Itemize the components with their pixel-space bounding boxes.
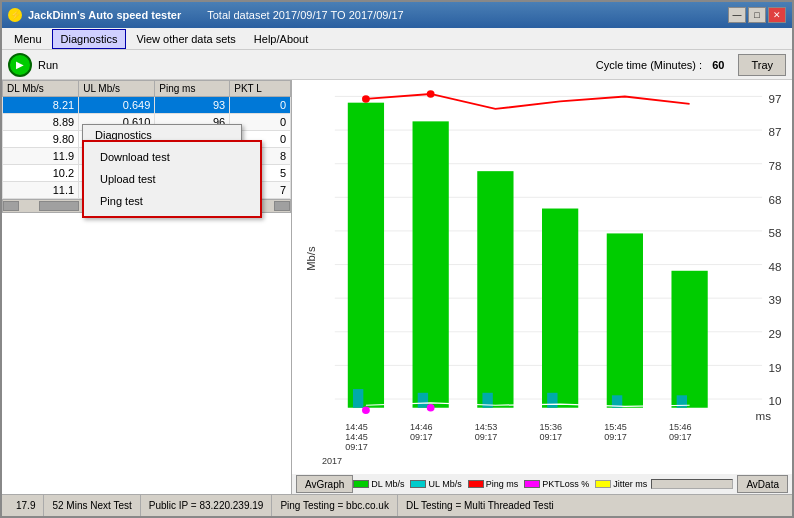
menu-item-menu[interactable]: Menu xyxy=(6,29,50,49)
svg-rect-22 xyxy=(477,171,513,408)
legend-pktloss-color xyxy=(524,480,540,488)
tray-button[interactable]: Tray xyxy=(738,54,786,76)
chart-area: 97 87 78 68 58 48 39 29 19 10 xyxy=(292,80,792,474)
close-button[interactable]: ✕ xyxy=(768,7,786,23)
title-bar: ⚡ JackDinn's Auto speed tester Total dat… xyxy=(2,2,792,28)
status-value-3: Public IP = 83.220.239.19 xyxy=(149,500,264,511)
status-value-4: Ping Testing = bbc.co.uk xyxy=(280,500,389,511)
legend-jitter-color xyxy=(595,480,611,488)
status-segment-2: 52 Mins Next Test xyxy=(44,495,140,516)
menu-item-help[interactable]: Help/About xyxy=(246,29,316,49)
svg-rect-24 xyxy=(607,233,643,407)
table-row[interactable]: 8.210.649930 xyxy=(3,97,291,114)
status-value-1: 17.9 xyxy=(16,500,35,511)
cell-dl: 10.2 xyxy=(3,165,79,182)
av-graph-button[interactable]: AvGraph xyxy=(296,475,353,493)
legend-jitter: Jitter ms xyxy=(595,479,647,489)
menu-item-view[interactable]: View other data sets xyxy=(128,29,243,49)
svg-text:39: 39 xyxy=(769,295,782,307)
svg-rect-23 xyxy=(542,209,578,408)
svg-text:09:17: 09:17 xyxy=(604,432,627,442)
legend-ul-label: UL Mb/s xyxy=(428,479,461,489)
svg-point-50 xyxy=(362,406,370,413)
svg-rect-29 xyxy=(547,393,557,408)
svg-rect-20 xyxy=(348,103,384,408)
svg-text:09:17: 09:17 xyxy=(669,432,692,442)
content-area: DL Mb/s UL Mb/s Ping ms PKT L 8.210.6499… xyxy=(2,80,792,494)
legend-pktloss: PKTLoss % xyxy=(524,479,589,489)
cell-pkt: 0 xyxy=(230,97,291,114)
legend-ping-label: Ping ms xyxy=(486,479,519,489)
legend-ping-color xyxy=(468,480,484,488)
cell-dl: 11.1 xyxy=(3,182,79,199)
run-label: Run xyxy=(38,59,58,71)
cell-ping: 93 xyxy=(155,97,230,114)
legend-ul: UL Mb/s xyxy=(410,479,461,489)
cell-dl: 8.21 xyxy=(3,97,79,114)
cell-dl: 9.80 xyxy=(3,131,79,148)
svg-text:15:36: 15:36 xyxy=(539,422,562,432)
legend-ping: Ping ms xyxy=(468,479,519,489)
cell-dl: 8.89 xyxy=(3,114,79,131)
legend-dl-label: DL Mb/s xyxy=(371,479,404,489)
menu-bar: Menu Diagnostics View other data sets He… xyxy=(2,28,792,50)
title-bar-left: ⚡ JackDinn's Auto speed tester Total dat… xyxy=(8,8,404,22)
status-bar: 17.9 52 Mins Next Test Public IP = 83.22… xyxy=(2,494,792,516)
title-bar-controls: — □ ✕ xyxy=(728,7,786,23)
svg-text:97: 97 xyxy=(769,93,782,105)
app-icon: ⚡ xyxy=(8,8,22,22)
svg-text:78: 78 xyxy=(769,160,782,172)
status-segment-4: Ping Testing = bbc.co.uk xyxy=(272,495,398,516)
minimize-button[interactable]: — xyxy=(728,7,746,23)
svg-text:09:17: 09:17 xyxy=(345,442,368,452)
scrollbar-thumb[interactable] xyxy=(39,201,79,211)
status-segment-3: Public IP = 83.220.239.19 xyxy=(141,495,273,516)
svg-text:10: 10 xyxy=(769,395,782,407)
svg-text:15:45: 15:45 xyxy=(604,422,627,432)
col-header-ul: UL Mb/s xyxy=(79,81,155,97)
status-segment-1: 17.9 xyxy=(8,495,44,516)
svg-rect-26 xyxy=(353,389,363,408)
run-button[interactable]: ▶ xyxy=(8,53,32,77)
legend-dl-color xyxy=(353,480,369,488)
maximize-button[interactable]: □ xyxy=(748,7,766,23)
status-value-2: 52 Mins Next Test xyxy=(52,500,131,511)
svg-text:14:46: 14:46 xyxy=(410,422,433,432)
svg-point-32 xyxy=(362,95,370,102)
svg-text:14:45: 14:45 xyxy=(345,432,368,442)
svg-text:68: 68 xyxy=(769,194,782,206)
svg-text:15:46: 15:46 xyxy=(669,422,692,432)
chart-svg: 97 87 78 68 58 48 39 29 19 10 xyxy=(296,84,788,470)
submenu-ping[interactable]: Ping test xyxy=(84,190,260,212)
svg-text:09:17: 09:17 xyxy=(475,432,498,442)
svg-text:48: 48 xyxy=(769,261,782,273)
submenu-upload[interactable]: Upload test xyxy=(84,168,260,190)
chart-scrollbar[interactable] xyxy=(651,479,733,489)
legend-jitter-label: Jitter ms xyxy=(613,479,647,489)
toolbar: ▶ Run Cycle time (Minutes) : 60 Tray xyxy=(2,50,792,80)
legend-dl: DL Mb/s xyxy=(353,479,404,489)
av-data-button[interactable]: AvData xyxy=(737,475,788,493)
svg-text:09:17: 09:17 xyxy=(539,432,562,442)
chart-bottom: AvGraph DL Mb/s UL Mb/s Ping ms xyxy=(292,474,792,494)
svg-text:09:17: 09:17 xyxy=(410,432,433,442)
main-window: ⚡ JackDinn's Auto speed tester Total dat… xyxy=(0,0,794,518)
cell-dl: 11.9 xyxy=(3,148,79,165)
menu-item-diagnostics[interactable]: Diagnostics xyxy=(52,29,127,49)
svg-point-51 xyxy=(427,404,435,411)
col-header-pkt: PKT L xyxy=(230,81,291,97)
title-dataset: Total dataset 2017/09/17 TO 2017/09/17 xyxy=(207,9,404,21)
status-segment-5: DL Testing = Multi Threaded Testi xyxy=(398,495,562,516)
svg-text:58: 58 xyxy=(769,227,782,239)
col-header-ping: Ping ms xyxy=(155,81,230,97)
svg-text:2017: 2017 xyxy=(322,456,342,466)
submenu-download[interactable]: Download test xyxy=(84,146,260,168)
svg-text:14:45: 14:45 xyxy=(345,422,368,432)
right-panel: 97 87 78 68 58 48 39 29 19 10 xyxy=(292,80,792,494)
app-title: JackDinn's Auto speed tester xyxy=(28,9,181,21)
svg-text:29: 29 xyxy=(769,328,782,340)
svg-point-33 xyxy=(427,90,435,97)
svg-text:14:53: 14:53 xyxy=(475,422,498,432)
legend-ul-color xyxy=(410,480,426,488)
svg-text:87: 87 xyxy=(769,126,782,138)
